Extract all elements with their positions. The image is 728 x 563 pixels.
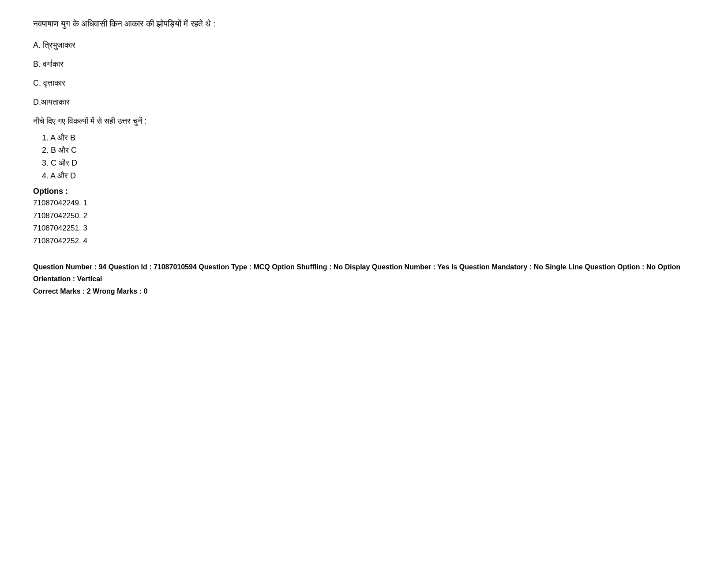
- question-text: नवपाषाण युग के अधिवासी किन आकार की झोपड़…: [33, 18, 695, 30]
- numbered-option-4: 4. A और D: [42, 170, 695, 182]
- option-id-4: 71087042252. 4: [33, 235, 695, 248]
- meta-line1: Question Number : 94 Question Id : 71087…: [33, 261, 695, 285]
- option-b: B. वर्गाकार: [33, 58, 695, 70]
- option-c: C. वृत्ताकार: [33, 77, 695, 89]
- meta-line2: Correct Marks : 2 Wrong Marks : 0: [33, 285, 695, 297]
- option-id-1: 71087042249. 1: [33, 197, 695, 210]
- option-d: D.आयताकार: [33, 96, 695, 108]
- option-id-3: 71087042251. 3: [33, 222, 695, 235]
- numbered-option-2: 2. B और C: [42, 144, 695, 157]
- option-id-2: 71087042250. 2: [33, 210, 695, 223]
- numbered-options-list: 1. A और B 2. B और C 3. C और D 4. A और D: [42, 132, 695, 182]
- option-a: A. त्रिभुजाकार: [33, 39, 695, 51]
- option-ids-list: 71087042249. 1 71087042250. 2 7108704225…: [33, 197, 695, 248]
- numbered-option-3: 3. C और D: [42, 157, 695, 170]
- sub-question-text: नीचे दिए गए विकल्पों में से सही उत्तर चु…: [33, 115, 695, 127]
- options-label: Options :: [33, 187, 695, 196]
- meta-info: Question Number : 94 Question Id : 71087…: [33, 261, 695, 297]
- options-list: A. त्रिभुजाकार B. वर्गाकार C. वृत्ताकार …: [33, 39, 695, 108]
- numbered-option-1: 1. A और B: [42, 132, 695, 144]
